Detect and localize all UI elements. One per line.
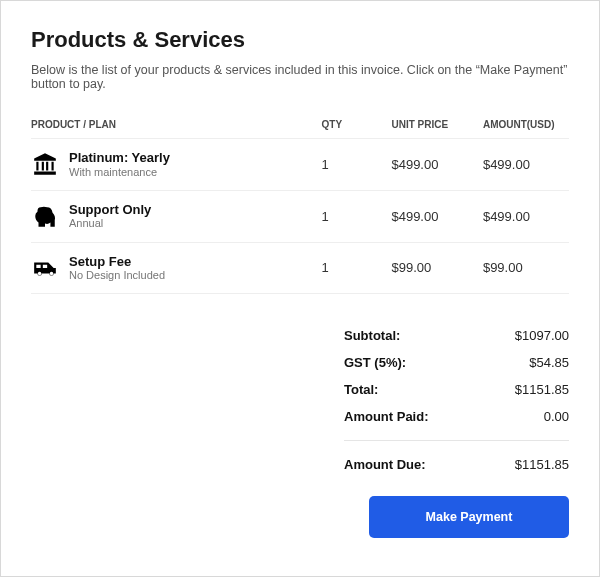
subtotal-row: Subtotal: $1097.00 [344,322,569,349]
make-payment-button[interactable]: Make Payment [369,496,569,538]
product-name: Setup Fee [69,254,165,270]
gorilla-icon [31,202,59,230]
col-header-qty: QTY [322,111,392,139]
col-header-amount: AMOUNT(USD) [483,111,569,139]
cell-amount: $499.00 [483,139,569,191]
cell-amount: $499.00 [483,190,569,242]
due-row: Amount Due: $1151.85 [344,451,569,478]
total-row: Total: $1151.85 [344,376,569,403]
due-label: Amount Due: [344,457,426,472]
table-row: Platinum: Yearly With maintenance 1 $499… [31,139,569,191]
product-desc: With maintenance [69,166,170,179]
page-title: Products & Services [31,27,569,53]
items-table: PRODUCT / PLAN QTY UNIT PRICE AMOUNT(USD… [31,111,569,294]
paid-row: Amount Paid: 0.00 [344,403,569,430]
total-label: Total: [344,382,378,397]
product-desc: No Design Included [69,269,165,282]
svg-point-1 [50,272,53,275]
invoice-panel: Products & Services Below is the list of… [0,0,600,577]
table-row: Support Only Annual 1 $499.00 $499.00 [31,190,569,242]
gst-label: GST (5%): [344,355,406,370]
table-row: Setup Fee No Design Included 1 $99.00 $9… [31,242,569,294]
gst-row: GST (5%): $54.85 [344,349,569,376]
gst-value: $54.85 [529,355,569,370]
product-desc: Annual [69,217,151,230]
due-value: $1151.85 [515,457,569,472]
cell-amount: $99.00 [483,242,569,294]
cell-unit-price: $499.00 [391,190,482,242]
page-subtitle: Below is the list of your products & ser… [31,63,569,91]
col-header-unit-price: UNIT PRICE [391,111,482,139]
table-header-row: PRODUCT / PLAN QTY UNIT PRICE AMOUNT(USD… [31,111,569,139]
van-icon [31,254,59,282]
cell-qty: 1 [322,242,392,294]
totals-divider [344,440,569,441]
cell-qty: 1 [322,139,392,191]
paid-label: Amount Paid: [344,409,429,424]
product-name: Platinum: Yearly [69,150,170,166]
product-name: Support Only [69,202,151,218]
subtotal-value: $1097.00 [515,328,569,343]
bank-icon [31,150,59,178]
paid-value: 0.00 [544,409,569,424]
total-value: $1151.85 [515,382,569,397]
cell-unit-price: $499.00 [391,139,482,191]
cell-unit-price: $99.00 [391,242,482,294]
subtotal-label: Subtotal: [344,328,400,343]
svg-point-0 [38,272,41,275]
col-header-product: PRODUCT / PLAN [31,111,322,139]
totals-block: Subtotal: $1097.00 GST (5%): $54.85 Tota… [344,322,569,478]
cell-qty: 1 [322,190,392,242]
